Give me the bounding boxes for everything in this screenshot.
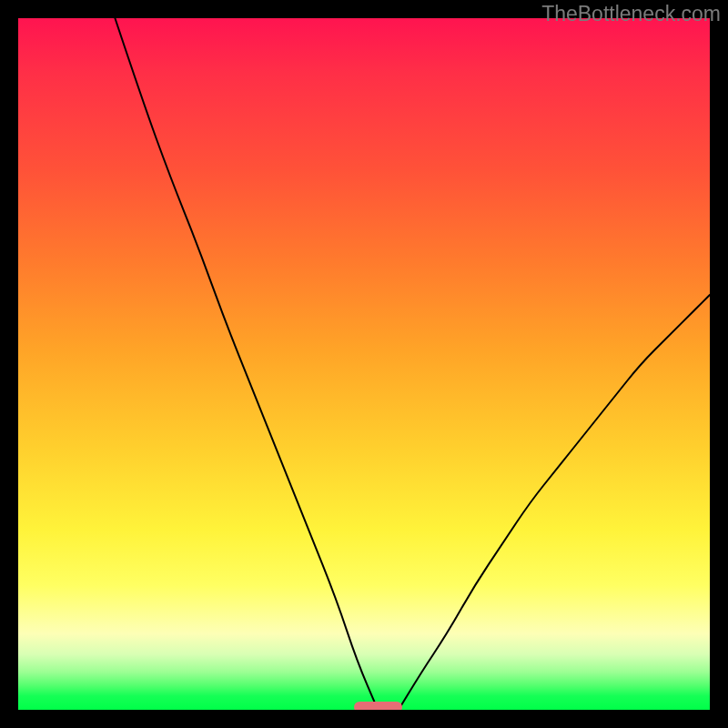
curve-left-branch — [115, 18, 378, 710]
curve-right-branch — [399, 295, 710, 710]
plot-area — [18, 18, 710, 710]
watermark-text: TheBottleneck.com — [541, 2, 721, 26]
chart-stage: TheBottleneck.com — [0, 0, 728, 728]
optimal-point-marker — [354, 702, 402, 710]
bottleneck-curve — [18, 18, 710, 710]
